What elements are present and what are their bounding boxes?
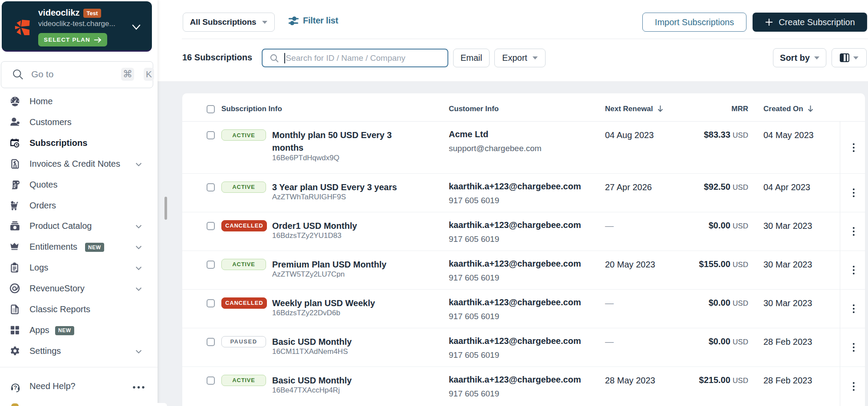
svg-text:?: ? <box>13 384 17 391</box>
